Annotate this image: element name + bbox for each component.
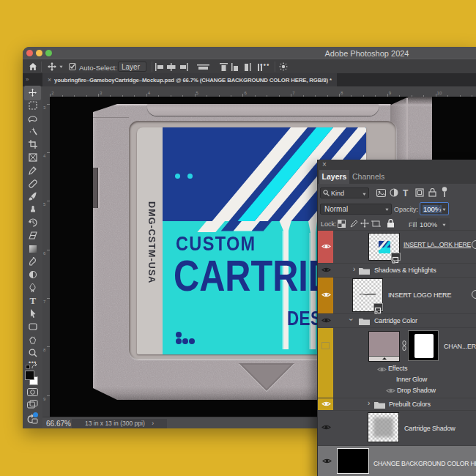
svg-text:T: T xyxy=(29,296,36,305)
